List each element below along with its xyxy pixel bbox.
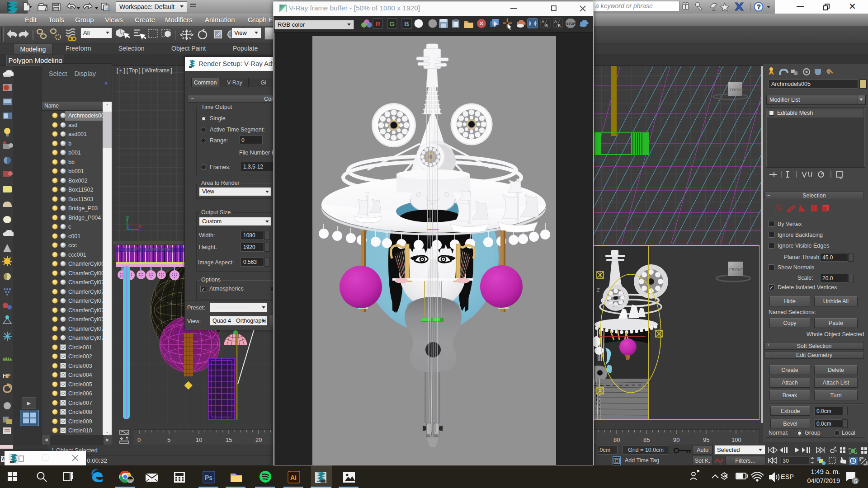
svg-text:x: x bbox=[139, 223, 142, 230]
svg-text:15: 15 bbox=[226, 436, 232, 443]
svg-text:HF: HF bbox=[3, 372, 10, 379]
svg-text:FRONT: FRONT bbox=[730, 88, 744, 92]
svg-text:A: A bbox=[554, 19, 557, 24]
svg-text:[ + ] [ Top ] [ Wireframe ]: [ + ] [ Top ] [ Wireframe ] bbox=[117, 67, 172, 74]
svg-text:A: A bbox=[542, 19, 544, 24]
svg-text:85: 85 bbox=[643, 436, 650, 443]
svg-text:G: G bbox=[390, 20, 395, 28]
svg-text:y: y bbox=[126, 214, 129, 221]
svg-text:30: 30 bbox=[783, 458, 789, 464]
svg-text:B: B bbox=[558, 23, 561, 28]
svg-text:Z: Z bbox=[597, 287, 600, 293]
svg-text:Ai: Ai bbox=[290, 474, 297, 481]
svg-text:80: 80 bbox=[613, 436, 620, 443]
svg-text:STOP: STOP bbox=[566, 22, 576, 26]
svg-text:5: 5 bbox=[167, 436, 170, 443]
svg-text:90: 90 bbox=[673, 436, 679, 443]
svg-text:Ps: Ps bbox=[205, 474, 212, 481]
svg-text:0: 0 bbox=[137, 436, 141, 443]
svg-text:R: R bbox=[376, 20, 381, 28]
svg-text:X: X bbox=[647, 329, 651, 336]
svg-text:B: B bbox=[545, 23, 548, 28]
svg-text:100: 100 bbox=[731, 436, 741, 443]
svg-text:z: z bbox=[127, 223, 130, 230]
svg-text:10: 10 bbox=[196, 436, 202, 443]
svg-text:FRONT: FRONT bbox=[729, 267, 743, 272]
svg-text:[ + ] [ Left ] [ Wireframe ]: [ + ] [ Left ] [ Wireframe ] bbox=[118, 246, 173, 253]
svg-text:B: B bbox=[404, 20, 409, 28]
svg-text:?: ? bbox=[757, 3, 761, 10]
svg-text:95: 95 bbox=[703, 436, 709, 443]
svg-text:5: 5 bbox=[854, 479, 857, 484]
svg-text:20: 20 bbox=[255, 436, 262, 443]
